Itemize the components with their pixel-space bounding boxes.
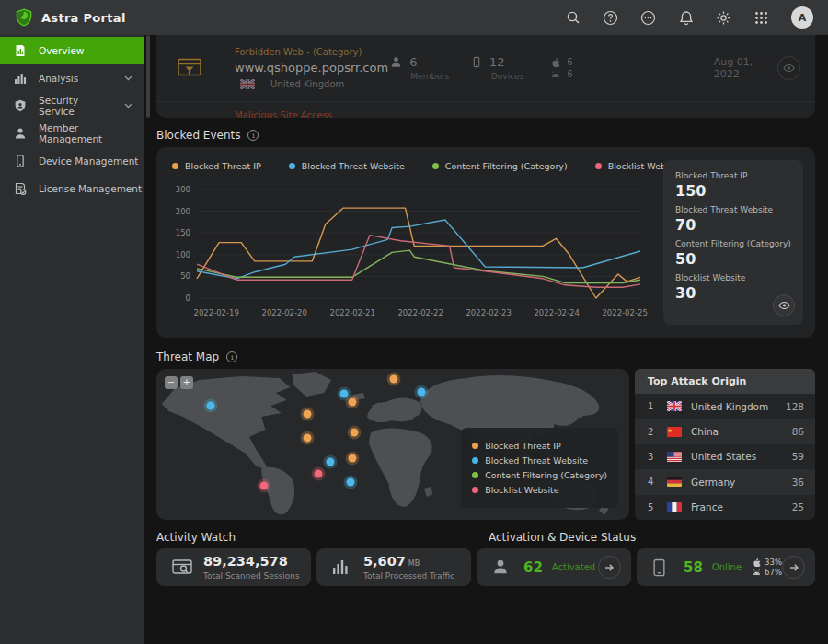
- scanned-sessions-label: Total Scanned Sessions: [203, 571, 300, 581]
- threat-map-title: Threat Map: [156, 351, 219, 363]
- origin-rank: 5: [648, 502, 661, 512]
- processed-traffic-value: 5,607: [363, 554, 406, 569]
- threat-dot-blue[interactable]: [327, 458, 335, 466]
- origin-value: 25: [792, 501, 804, 512]
- world-threat-map[interactable]: − + Blocked Threat IP Blocked Threat Web…: [156, 369, 629, 520]
- origin-country: Germany: [691, 477, 792, 488]
- analysis-icon: [14, 72, 27, 85]
- stat-label: Content Filtering (Category): [675, 239, 791, 248]
- origin-row[interactable]: 2 China 86: [635, 419, 815, 443]
- scrolled-record-card: Forbidden Web - (Category) www.qshoppe.p…: [156, 35, 815, 118]
- threat-dot-orange[interactable]: [389, 374, 397, 383]
- us-flag-icon: [667, 452, 682, 462]
- record-category: Forbidden Web - (Category): [235, 47, 390, 57]
- activated-status: Activated: [552, 562, 595, 572]
- scrollbar-thumb[interactable]: [146, 35, 150, 118]
- origin-value: 86: [792, 426, 804, 437]
- arrow-right-icon: [604, 562, 615, 573]
- threat-dot-blue[interactable]: [206, 401, 214, 409]
- more-icon[interactable]: [640, 10, 656, 26]
- origin-row[interactable]: 4 Germany 36: [635, 469, 815, 494]
- apple-icon: [753, 558, 761, 567]
- sidebar: Overview Analysis Security Service Membe…: [0, 35, 144, 644]
- map-legend: Blocked Threat IP Blocked Threat Website…: [461, 428, 618, 508]
- svg-text:300: 300: [176, 185, 190, 194]
- stat-label: Blocked Threat Website: [675, 205, 791, 214]
- legend-dot: [289, 163, 295, 169]
- stat-value: 150: [675, 182, 791, 200]
- top-attack-origin-panel: Top Attack Origin 1 United Kingdom 128 2…: [635, 369, 815, 520]
- threat-dot-blue[interactable]: [340, 390, 349, 398]
- origin-country: United States: [691, 451, 792, 462]
- map-zoom-out-button[interactable]: −: [165, 376, 178, 389]
- apps-grid-icon[interactable]: [753, 10, 769, 26]
- threat-dot-pink[interactable]: [314, 470, 322, 478]
- threat-dot-orange[interactable]: [348, 454, 356, 463]
- legend-label: Content Filtering (Category): [485, 470, 607, 480]
- threat-dot-orange[interactable]: [348, 398, 356, 407]
- sidebar-item-security-service[interactable]: Security Service: [0, 92, 144, 120]
- svg-text:150: 150: [176, 228, 190, 237]
- sidebar-item-label: Device Management: [39, 155, 138, 167]
- eye-icon: [778, 301, 790, 310]
- sidebar-item-label: License Management: [39, 183, 142, 194]
- security-shield-icon: [14, 99, 27, 112]
- svg-text:2022-02-23: 2022-02-23: [466, 308, 511, 317]
- forbidden-web-icon: [178, 58, 201, 78]
- sidebar-item-label: Analysis: [39, 73, 78, 84]
- sidebar-item-label: Overview: [39, 45, 84, 56]
- search-icon[interactable]: [565, 10, 581, 26]
- apple-icon: [551, 57, 560, 67]
- stat-label: Blocked Threat IP: [675, 171, 791, 180]
- map-zoom-in-button[interactable]: +: [180, 376, 193, 389]
- threat-dot-blue[interactable]: [346, 477, 354, 486]
- help-icon[interactable]: [603, 10, 618, 26]
- legend-dot: [472, 443, 478, 449]
- online-details-button[interactable]: [782, 556, 805, 579]
- threat-dot-orange[interactable]: [351, 428, 359, 436]
- blocked-events-stats-panel: Blocked Threat IP 150 Blocked Threat Web…: [663, 160, 803, 325]
- android-icon: [753, 569, 761, 576]
- origin-row[interactable]: 1 United Kingdom 128: [635, 394, 815, 419]
- user-avatar[interactable]: A: [791, 6, 813, 29]
- threat-dot-pink[interactable]: [260, 481, 269, 489]
- top-attack-origin-title: Top Attack Origin: [635, 369, 815, 394]
- sidebar-item-overview[interactable]: Overview: [0, 37, 144, 64]
- scanned-sessions-value: 89,234,578: [203, 554, 300, 569]
- main-content: Forbidden Web - (Category) www.qshoppe.p…: [144, 35, 828, 644]
- phone-icon: [652, 558, 673, 577]
- svg-text:2022-02-21: 2022-02-21: [329, 308, 374, 317]
- legend-label: Blocked Threat IP: [485, 441, 561, 451]
- sidebar-item-member-management[interactable]: Member Management: [0, 120, 144, 147]
- origin-country: United Kingdom: [691, 401, 786, 412]
- ios-percentage: 33%: [765, 558, 782, 567]
- sidebar-item-analysis[interactable]: Analysis: [0, 64, 144, 92]
- threat-dot-orange[interactable]: [303, 409, 311, 418]
- brand: Astra Portal: [15, 8, 126, 27]
- uk-flag-icon: [667, 401, 682, 411]
- origin-row[interactable]: 3 United States 59: [635, 444, 815, 469]
- info-icon[interactable]: i: [226, 351, 237, 362]
- activated-details-button[interactable]: [598, 556, 621, 579]
- settings-gear-icon[interactable]: [716, 10, 731, 26]
- svg-text:2022-02-20: 2022-02-20: [261, 308, 306, 317]
- blocked-events-card: Blocked Threat IP Blocked Threat Website…: [156, 147, 815, 338]
- scanned-sessions-card: 89,234,578 Total Scanned Sessions: [156, 548, 311, 586]
- phone-icon: [471, 56, 482, 68]
- sidebar-item-license-management[interactable]: License Management: [0, 175, 144, 202]
- view-details-button[interactable]: [773, 294, 795, 316]
- threat-dot-blue[interactable]: [417, 388, 425, 397]
- sidebar-item-device-management[interactable]: Device Management: [0, 147, 144, 175]
- person-icon: [492, 558, 512, 577]
- shield-logo-icon: [15, 8, 33, 27]
- svg-text:100: 100: [176, 250, 190, 259]
- china-flag-icon: [667, 427, 682, 437]
- record-url: www.qshoppe.popsrr.com: [235, 61, 390, 75]
- origin-row[interactable]: 5 France 25: [635, 495, 815, 520]
- notifications-bell-icon[interactable]: [678, 10, 694, 26]
- processed-traffic-card: 5,607MB Total Processed Traffic: [316, 548, 471, 586]
- view-record-button[interactable]: [777, 56, 800, 80]
- threat-dot-orange[interactable]: [303, 433, 311, 442]
- svg-text:0: 0: [186, 293, 190, 303]
- info-icon[interactable]: i: [247, 130, 259, 141]
